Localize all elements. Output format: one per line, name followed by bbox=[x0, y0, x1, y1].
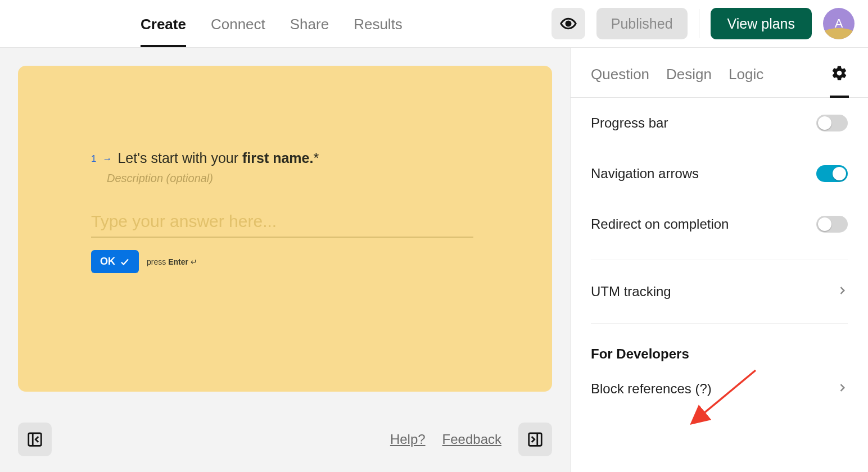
answer-input[interactable] bbox=[91, 211, 473, 238]
canvas-area: 1 → Let's start with your first name.* D… bbox=[0, 48, 570, 472]
question-description[interactable]: Description (optional) bbox=[91, 172, 479, 185]
panel-collapse-right-icon bbox=[527, 431, 544, 448]
ok-row: OK press Enter ↵ bbox=[91, 250, 479, 273]
sidepanel-tabs: Question Design Logic bbox=[571, 48, 868, 98]
row-label: Redirect on completion bbox=[591, 216, 729, 232]
hint-key: Enter bbox=[168, 257, 188, 266]
row-label: UTM tracking bbox=[591, 284, 671, 299]
ok-button[interactable]: OK bbox=[91, 250, 139, 273]
row-block-references[interactable]: Block references (?) bbox=[591, 367, 848, 410]
row-progress-bar: Progress bar bbox=[591, 98, 848, 148]
row-label: Progress bar bbox=[591, 115, 668, 131]
question-text[interactable]: Let's start with your first name.* bbox=[117, 150, 319, 166]
chevron-right-icon bbox=[837, 284, 848, 299]
developers-section: For Developers Block references (?) bbox=[591, 323, 848, 410]
toggle-progress-bar[interactable] bbox=[816, 115, 848, 131]
toggle-navigation-arrows[interactable] bbox=[816, 165, 848, 182]
sidepanel-tab-settings[interactable] bbox=[831, 59, 848, 97]
question-required-marker: * bbox=[313, 150, 319, 166]
toggle-redirect[interactable] bbox=[816, 216, 848, 233]
ok-label: OK bbox=[100, 256, 115, 267]
collapse-right-button[interactable] bbox=[518, 423, 552, 456]
gear-icon bbox=[831, 65, 848, 81]
eye-icon bbox=[560, 15, 577, 32]
help-link[interactable]: Help? bbox=[390, 432, 426, 447]
question-title-row: 1 → Let's start with your first name.* bbox=[91, 150, 479, 166]
settings-list: Progress bar Navigation arrows Redirect … bbox=[571, 98, 868, 410]
avatar-initial: A bbox=[835, 16, 843, 31]
canvas-footer: Help? Feedback bbox=[18, 423, 552, 456]
panel-collapse-left-icon bbox=[26, 431, 43, 448]
tab-share[interactable]: Share bbox=[290, 1, 329, 47]
developers-header: For Developers bbox=[591, 334, 848, 367]
top-right: Published View plans A bbox=[551, 8, 855, 39]
tab-create[interactable]: Create bbox=[141, 1, 186, 47]
question-card: 1 → Let's start with your first name.* D… bbox=[18, 66, 552, 392]
separator bbox=[699, 9, 699, 38]
tab-results[interactable]: Results bbox=[354, 1, 403, 47]
side-panel: Question Design Logic Progress bar Navig… bbox=[570, 48, 868, 472]
sidepanel-tab-design[interactable]: Design bbox=[666, 60, 712, 97]
arrow-right-icon: → bbox=[102, 153, 112, 165]
ok-hint: press Enter ↵ bbox=[147, 257, 197, 266]
top-bar: Create Connect Share Results Published V… bbox=[0, 0, 868, 48]
main-area: 1 → Let's start with your first name.* D… bbox=[0, 48, 868, 472]
sidepanel-tab-question[interactable]: Question bbox=[591, 60, 649, 97]
row-redirect-on-completion: Redirect on completion bbox=[591, 199, 848, 249]
view-plans-button[interactable]: View plans bbox=[711, 8, 812, 39]
feedback-link[interactable]: Feedback bbox=[442, 432, 501, 447]
tab-connect[interactable]: Connect bbox=[211, 1, 265, 47]
question-text-bold: first name. bbox=[242, 150, 313, 166]
footer-links: Help? Feedback bbox=[390, 423, 552, 456]
row-label: Block references (?) bbox=[591, 381, 712, 397]
preview-button[interactable] bbox=[551, 8, 585, 39]
row-navigation-arrows: Navigation arrows bbox=[591, 148, 848, 199]
svg-point-0 bbox=[566, 21, 571, 26]
collapse-left-button[interactable] bbox=[18, 423, 52, 456]
enter-glyph-icon: ↵ bbox=[191, 257, 197, 266]
avatar[interactable]: A bbox=[823, 8, 855, 39]
chevron-right-icon bbox=[837, 381, 848, 397]
main-tabs: Create Connect Share Results bbox=[141, 1, 403, 47]
question-text-prefix: Let's start with your bbox=[117, 150, 242, 166]
check-icon bbox=[120, 257, 130, 267]
row-label: Navigation arrows bbox=[591, 166, 699, 181]
question-number: 1 bbox=[91, 153, 97, 165]
sidepanel-tab-logic[interactable]: Logic bbox=[729, 60, 763, 97]
settings-section: UTM tracking bbox=[591, 260, 848, 313]
published-status: Published bbox=[596, 8, 688, 39]
hint-prefix: press bbox=[147, 257, 168, 266]
row-utm-tracking[interactable]: UTM tracking bbox=[591, 270, 848, 313]
